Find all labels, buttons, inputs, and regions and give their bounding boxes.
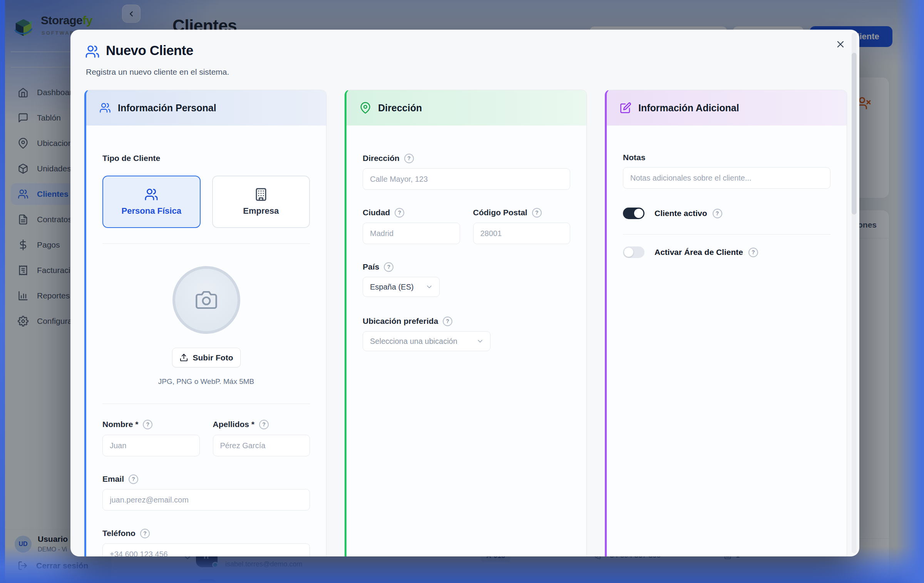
modal-title: Nuevo Cliente: [106, 43, 193, 58]
last-name-label: Apellidos *: [213, 419, 310, 429]
help-icon[interactable]: [395, 208, 404, 218]
camera-icon: [196, 289, 217, 311]
additional-info-section: Información Adicional Notas Cliente acti…: [605, 90, 847, 556]
help-icon[interactable]: [532, 208, 542, 218]
address-header: Dirección: [346, 90, 586, 126]
modal-subtitle: Registra un nuevo cliente en el sistema.: [86, 67, 229, 77]
active-client-toggle[interactable]: [623, 208, 644, 219]
help-icon[interactable]: [259, 420, 269, 429]
users-icon: [85, 44, 100, 59]
upload-photo-button[interactable]: Subir Foto: [172, 348, 241, 367]
personal-info-header: Información Personal: [86, 90, 326, 126]
client-area-label: Activar Área de Cliente: [654, 248, 758, 257]
help-icon[interactable]: [140, 529, 150, 538]
modal-scrollbar-thumb[interactable]: [852, 53, 857, 214]
active-client-label: Cliente activo: [654, 209, 722, 218]
street-field[interactable]: [363, 168, 570, 190]
section-divider: [102, 404, 310, 404]
section-divider: [102, 243, 310, 244]
client-area-row: Activar Área de Cliente: [623, 241, 830, 263]
personal-info-section: Información Personal Tipo de Cliente Per…: [84, 90, 326, 556]
street-label: Dirección: [363, 153, 570, 163]
users-icon: [99, 102, 111, 114]
new-client-modal: Nuevo Cliente Registra un nuevo cliente …: [70, 30, 859, 556]
screen: Storagefy SOFTWARE Dashboard Tablón Ubic…: [0, 0, 924, 583]
backdrop-edge-right: [896, 0, 924, 583]
postal-code-label: Código Postal: [473, 208, 571, 218]
backdrop-edge-left: [0, 0, 5, 583]
users-icon: [144, 188, 158, 201]
country-label: País: [363, 262, 570, 272]
modal-columns: Información Personal Tipo de Cliente Per…: [84, 90, 847, 556]
notes-field[interactable]: [623, 167, 830, 189]
address-section: Dirección Dirección Ciudad Código Postal: [345, 90, 587, 556]
postal-code-field[interactable]: [473, 223, 571, 244]
phone-field[interactable]: [102, 543, 310, 556]
first-name-label: Nombre *: [102, 419, 200, 429]
first-name-field[interactable]: [102, 435, 200, 456]
client-type-company-button[interactable]: Empresa: [212, 176, 310, 228]
building-icon: [254, 188, 268, 201]
chevron-down-icon: [476, 337, 484, 345]
upload-icon: [179, 353, 188, 362]
help-icon[interactable]: [404, 154, 414, 163]
help-icon[interactable]: [143, 420, 152, 429]
client-type-person-button[interactable]: Persona Física: [102, 176, 201, 228]
help-icon[interactable]: [443, 317, 452, 326]
additional-info-header: Información Adicional: [607, 90, 847, 126]
country-select[interactable]: España (ES): [363, 277, 440, 297]
client-type-label: Tipo de Cliente: [102, 153, 310, 163]
last-name-field[interactable]: [213, 435, 310, 456]
city-field[interactable]: [363, 223, 460, 244]
help-icon[interactable]: [129, 474, 138, 484]
active-client-row: Cliente activo: [623, 203, 830, 224]
phone-label: Teléfono: [102, 528, 310, 538]
chevron-down-icon: [425, 283, 433, 291]
edit-icon: [620, 102, 631, 114]
client-area-toggle[interactable]: [623, 246, 644, 258]
city-label: Ciudad: [363, 208, 460, 218]
modal-close-button[interactable]: [834, 37, 847, 51]
help-icon[interactable]: [384, 262, 393, 272]
photo-placeholder[interactable]: [172, 266, 240, 334]
notes-label: Notas: [623, 152, 830, 163]
preferred-location-label: Ubicación preferida: [363, 316, 570, 326]
map-pin-icon: [360, 102, 371, 114]
help-icon[interactable]: [748, 248, 758, 257]
client-type-options: Persona Física Empresa: [102, 176, 310, 228]
email-label: Email: [102, 474, 310, 484]
upload-hint: JPG, PNG o WebP. Máx 5MB: [102, 377, 310, 386]
help-icon[interactable]: [713, 209, 722, 218]
close-icon: [835, 39, 846, 50]
toggle-knob: [624, 248, 633, 257]
section-divider: [623, 234, 830, 235]
preferred-location-select[interactable]: Selecciona una ubicación: [363, 331, 490, 351]
toggle-knob: [634, 209, 643, 218]
email-field[interactable]: [102, 489, 310, 511]
